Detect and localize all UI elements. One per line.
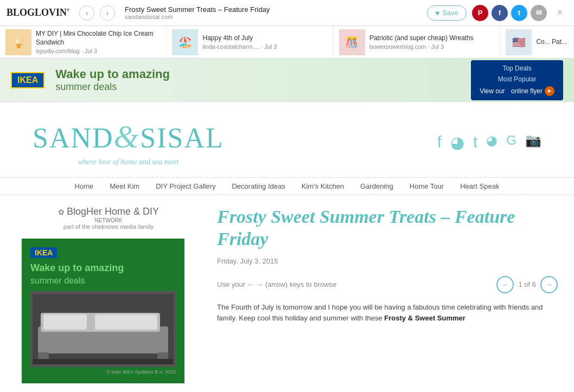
blog-googleplus-icon[interactable]: G <box>506 133 516 152</box>
sidebar-ikea-logo: IKEA <box>30 247 57 258</box>
blogher-sub: part of the sheknows media family <box>63 223 154 230</box>
browse-bar: Use your ← → (arrow) keys to browse ← 1 … <box>217 276 558 293</box>
share-twitter-button[interactable]: t <box>511 5 527 21</box>
ad-text: Wake up to amazing summer deals <box>55 67 460 93</box>
ad-headline: Wake up to amazing <box>55 67 460 81</box>
nav-decorating-ideas[interactable]: Decorating Ideas <box>232 182 285 190</box>
ad-copyright: © Inter IKEA Systems B.V. 2015 <box>30 369 176 375</box>
feed-item[interactable]: 🍦 MY DIY | Mini Chocolate Chip Ice Cream… <box>0 26 167 58</box>
blog-social-icons: f ◕ t ◕ G 📷 <box>437 133 541 152</box>
feed-item[interactable]: 🎊 Patriotic (and super cheap) Wreaths bo… <box>334 26 500 58</box>
blog-rss-icon[interactable]: ◕ <box>486 133 498 152</box>
feed-thumb: 🏖️ <box>172 29 198 55</box>
article-title-top: Frosty Sweet Summer Treats – Feature Fri… <box>125 5 422 20</box>
article: Frosty Sweet Summer Treats – Feature Fri… <box>206 206 574 383</box>
ad-online-flyer-link[interactable]: View our online flyer ▶ <box>480 86 554 96</box>
blogher-network: NETWORK <box>94 217 122 223</box>
sidebar: ✿ BlogHer Home & DIY NETWORK part of the… <box>0 206 206 383</box>
feed-title: Co... Pat... <box>536 38 567 47</box>
nav-kims-kitchen[interactable]: Kim's Kitchen <box>302 182 344 190</box>
feed-thumb: 🇺🇸 <box>506 29 532 55</box>
blog-facebook-icon[interactable]: f <box>437 133 442 152</box>
svg-rect-3 <box>43 314 87 330</box>
blog-logo-text: SAND&SISAL <box>33 118 224 156</box>
article-title-label: Frosty Sweet Summer Treats – Feature Fri… <box>125 5 422 14</box>
sidebar-ad-headline: Wake up to amazing <box>30 262 176 274</box>
blog-header: SAND&SISAL where love of home and sea me… <box>0 102 574 177</box>
top-bar: BLOGLOVIN' ‹ › Frosty Sweet Summer Treat… <box>0 0 574 26</box>
nav-meet-kim[interactable]: Meet Kim <box>110 182 139 190</box>
feed-thumb: 🍦 <box>5 29 31 55</box>
feed-meta: linda-coastalcharm.... · Jul 3 <box>202 43 277 50</box>
browse-prev-button[interactable]: ← <box>496 276 514 293</box>
sidebar-ad: IKEA Wake up to amazing summer deals © I… <box>22 239 184 383</box>
svg-rect-7 <box>33 359 174 364</box>
article-title: Frosty Sweet Summer Treats – Feature Fri… <box>217 206 558 250</box>
ikea-logo: IKEA <box>11 72 44 88</box>
feed-title: MY DIY | Mini Chocolate Chip Ice Cream S… <box>36 30 161 47</box>
blog-pinterest-icon[interactable]: ◕ <box>450 133 464 152</box>
blog-logo: SAND&SISAL where love of home and sea me… <box>33 118 224 166</box>
bloglovin-logo: BLOGLOVIN' <box>7 7 69 18</box>
feed-item[interactable]: 🏖️ Happy 4th of July linda-coastalcharm.… <box>167 26 333 58</box>
play-icon: ▶ <box>545 86 554 96</box>
browse-controls: ← 1 of 6 → <box>496 276 558 293</box>
share-pinterest-button[interactable]: P <box>472 5 488 21</box>
article-body-text: The Fourth of July is tomorrow and I hop… <box>217 303 543 323</box>
blog-instagram-icon[interactable]: 📷 <box>525 133 541 152</box>
article-body: The Fourth of July is tomorrow and I hop… <box>217 302 558 325</box>
browse-next-button[interactable]: → <box>540 276 558 293</box>
browse-count: 1 of 6 <box>518 280 536 288</box>
nav-home-tour[interactable]: Home Tour <box>410 182 444 190</box>
save-button[interactable]: ♥ Save <box>427 5 467 21</box>
blog-tagline: where love of home and sea meet <box>33 158 224 166</box>
blogher-text: BlogHer Home & DIY <box>67 206 159 217</box>
feed-strip: 🍦 MY DIY | Mini Chocolate Chip Ice Cream… <box>0 26 574 59</box>
heart-icon: ♥ <box>435 9 439 17</box>
sidebar-ad-image <box>30 291 176 367</box>
ad-online-flyer-text: online flyer <box>511 87 543 95</box>
share-email-button[interactable]: ✉ <box>531 5 547 21</box>
blog-twitter-icon[interactable]: t <box>473 133 477 152</box>
browse-hint: Use your ← → (arrow) keys to browse <box>217 280 336 288</box>
nav-home[interactable]: Home <box>75 182 94 190</box>
ad-top-deals[interactable]: Top Deals <box>480 65 554 72</box>
social-share-bar: P f t ✉ <box>472 5 547 21</box>
close-button[interactable]: × <box>552 5 567 21</box>
share-facebook-button[interactable]: f <box>492 5 508 21</box>
ad-view-our: View our <box>480 87 505 95</box>
feed-title: Happy 4th of July <box>202 34 277 43</box>
article-date: Friday, July 3, 2015 <box>217 257 558 265</box>
feed-item[interactable]: 🇺🇸 Co... Pat... <box>500 26 574 58</box>
nav-heart-speak[interactable]: Heart Speak <box>460 182 499 190</box>
svg-rect-4 <box>95 314 157 330</box>
feed-meta: bowerpowerblog.com · Jul 3 <box>369 43 474 50</box>
feed-thumb: 🎊 <box>339 29 365 55</box>
next-article-button[interactable]: › <box>100 5 115 21</box>
ad-banner: IKEA Wake up to amazing summer deals Top… <box>0 59 574 102</box>
prev-article-button[interactable]: ‹ <box>79 5 94 21</box>
sidebar-ad-sub: summer deals <box>30 276 176 286</box>
nav-bar: Home Meet Kim DIY Project Gallery Decora… <box>0 177 574 195</box>
feed-title: Patriotic (and super cheap) Wreaths <box>369 34 474 43</box>
ad-subline: summer deals <box>55 81 460 93</box>
blogher-badge: ✿ BlogHer Home & DIY NETWORK part of the… <box>22 206 195 230</box>
article-body-bold: Frosty & Sweet Summer <box>384 314 465 322</box>
ad-right-panel[interactable]: Top Deals Most Popular View our online f… <box>471 60 563 100</box>
ad-most-popular[interactable]: Most Popular <box>480 75 554 83</box>
nav-gardening[interactable]: Gardening <box>360 182 393 190</box>
feed-meta: ispydiy.com/blog · Jul 3 <box>36 48 161 54</box>
article-domain-label: sandandsisal.com <box>125 14 422 20</box>
nav-diy-gallery[interactable]: DIY Project Gallery <box>156 182 215 190</box>
main-content: ✿ BlogHer Home & DIY NETWORK part of the… <box>0 195 574 392</box>
